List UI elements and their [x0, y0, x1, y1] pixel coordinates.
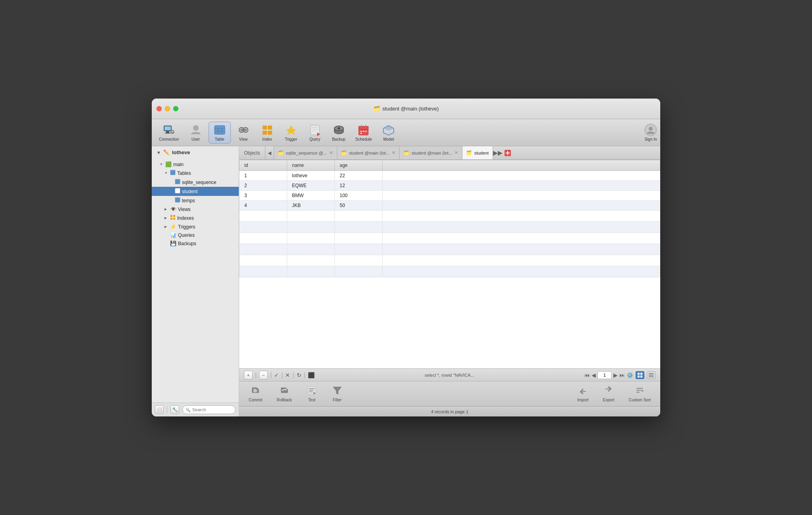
nav-last[interactable]: ⏭ — [619, 372, 625, 378]
toolbar-backup[interactable]: Backup — [328, 122, 350, 143]
toolbar-model[interactable]: Model — [377, 122, 400, 143]
tab-student-2[interactable]: 🗂️ student @main (lot... ✕ — [400, 146, 462, 159]
table-row[interactable]: 4 JKB 50 — [240, 201, 660, 211]
backups-icon: 💾 — [170, 240, 176, 246]
refresh-btn[interactable]: ↻ — [297, 372, 302, 378]
connection-icon — [162, 124, 175, 136]
backup-icon — [333, 124, 345, 136]
export-button[interactable]: Export — [597, 384, 621, 404]
expand-arrow-main: ▼ — [160, 163, 164, 166]
index-icon — [261, 124, 274, 136]
sidebar-settings-btn[interactable]: 🔧 — [170, 405, 179, 414]
tab-close-1[interactable]: ✕ — [329, 150, 333, 155]
toolbar-user[interactable]: User — [185, 122, 207, 143]
schedule-icon — [357, 124, 370, 136]
queries-label: Queries — [178, 232, 195, 238]
filter-button[interactable]: Filter — [325, 384, 349, 404]
sidebar-item-backups[interactable]: ▶ 💾 Backups — [152, 239, 239, 248]
delete-row-btn[interactable]: − — [259, 371, 268, 379]
nav-first[interactable]: ⏮ — [584, 372, 590, 378]
table-row[interactable]: 1 lotheve 22 — [240, 171, 660, 181]
svg-rect-68 — [170, 218, 172, 220]
sidebar-item-views[interactable]: ▶ 👁️ Views — [152, 205, 239, 213]
sidebar-item-queries[interactable]: ▶ 📊 Queries — [152, 231, 239, 239]
col-header-name[interactable]: name — [287, 160, 335, 171]
svg-rect-19 — [263, 131, 267, 135]
sidebar-item-triggers[interactable]: ▶ ⚡ Triggers — [152, 223, 239, 231]
sidebar-db-name: lotheve — [172, 149, 190, 155]
list-view-btn[interactable] — [647, 371, 655, 379]
import-button[interactable]: Import — [571, 384, 595, 404]
nav-prev[interactable]: ◀ — [592, 372, 596, 378]
toolbar-index[interactable]: Index — [256, 122, 278, 143]
temps-label: temps — [182, 198, 195, 203]
tab-icon-4: 🗂️ — [466, 150, 472, 155]
tab-student-1[interactable]: 🗂️ student @main (lot... ✕ — [337, 146, 400, 159]
sidebar-item-temps[interactable]: ▶ temps — [152, 196, 239, 205]
toolbar-query[interactable]: Query — [304, 122, 326, 143]
table-row[interactable]: 3 BMW 100 — [240, 191, 660, 201]
sidebar-item-sqlite-sequence[interactable]: ▶ sqlite_sequence — [152, 178, 239, 187]
toolbar-connection[interactable]: Connection — [155, 122, 183, 143]
custom-sort-button[interactable]: Custom Sort — [622, 384, 657, 404]
grid-view-btn[interactable] — [636, 371, 644, 379]
sqlite-seq-icon — [175, 179, 180, 186]
expand-arrow-views: ▶ — [164, 207, 168, 211]
sidebar-search-input[interactable] — [182, 405, 236, 414]
toolbar-view[interactable]: View — [232, 122, 255, 143]
maximize-button[interactable] — [173, 106, 178, 111]
settings-icon[interactable]: ⚙️ — [626, 372, 633, 378]
sidebar-db-icon: ✏️ — [163, 149, 170, 155]
index-label: Index — [262, 137, 272, 141]
tab-close-2[interactable]: ✕ — [392, 150, 395, 155]
sidebar-item-tables[interactable]: ▼ Tables — [152, 168, 239, 178]
col-header-age[interactable]: age — [335, 160, 383, 171]
main-icon: 🟩 — [165, 161, 172, 167]
tab-overflow-btn[interactable]: ▶▶ — [493, 146, 503, 159]
tab-add-btn[interactable] — [503, 146, 513, 159]
tab-icon-1: 🗂️ — [278, 150, 284, 155]
cell-age-4: 50 — [335, 201, 383, 211]
nav-next[interactable]: ▶ — [613, 372, 618, 378]
commit-icon — [251, 385, 260, 397]
tab-close-3[interactable]: ✕ — [454, 150, 458, 155]
svg-rect-73 — [638, 373, 640, 375]
rollback-button[interactable]: Rollback — [270, 384, 298, 404]
toolbar-table[interactable]: Table — [209, 122, 231, 143]
schedule-label: Schedule — [356, 137, 372, 141]
sign-in-label: Sign In — [644, 137, 657, 141]
sidebar-item-student[interactable]: ▶ student — [152, 187, 239, 196]
cancel-btn[interactable]: ✕ — [285, 372, 290, 378]
user-icon — [189, 124, 202, 136]
title-db-icon: 🗂️ — [373, 106, 380, 112]
sidebar-item-main[interactable]: ▼ 🟩 main — [152, 160, 239, 168]
col-header-id[interactable]: id — [240, 160, 287, 171]
text-button[interactable]: Text — [300, 384, 324, 404]
table-row[interactable]: 2 EQWE 12 — [240, 181, 660, 191]
page-input[interactable] — [597, 371, 612, 379]
tab-sqlite-sequence[interactable]: 🗂️ sqlite_sequence @... ✕ — [274, 146, 337, 159]
toolbar-schedule[interactable]: Schedule — [352, 122, 376, 143]
backup-label: Backup — [332, 137, 345, 141]
sidebar-item-indexes[interactable]: ▶ Indexes — [152, 213, 239, 223]
text-icon — [307, 385, 317, 397]
objects-tab[interactable]: Objects — [239, 146, 265, 159]
bottom-toolbar: Commit Rollback — [239, 381, 660, 406]
student-icon — [175, 188, 180, 195]
table-row-empty — [240, 233, 660, 244]
commit-button[interactable]: Commit — [242, 384, 269, 404]
close-button[interactable] — [157, 106, 162, 111]
right-panel: Objects ◀ 🗂️ sqlite_sequence @... ✕ 🗂️ s… — [239, 146, 660, 416]
svg-marker-43 — [383, 126, 394, 131]
stop-btn[interactable]: ⬛ — [308, 372, 315, 378]
sign-in-area[interactable]: Sign In — [644, 124, 657, 141]
tab-student-active[interactable]: 🗂️ student — [462, 146, 493, 159]
minimize-button[interactable] — [165, 106, 170, 111]
sidebar-expand-icon: ▼ — [157, 150, 161, 155]
toolbar-trigger[interactable]: Trigger — [280, 122, 302, 143]
check-btn[interactable]: ✓ — [274, 372, 279, 378]
add-row-btn[interactable]: + — [244, 371, 253, 379]
sidebar-view-btn[interactable]: ⬜ — [155, 405, 164, 414]
tab-nav-prev[interactable]: ◀ — [265, 146, 274, 159]
app-window: 🗂️ student @main (lotheve) Connection — [152, 99, 660, 416]
